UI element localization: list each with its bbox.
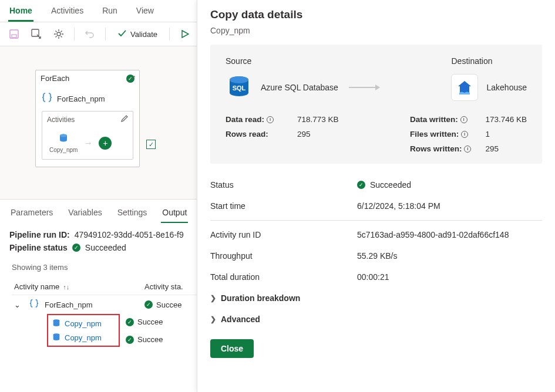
svg-rect-1	[12, 35, 16, 38]
throughput-value: 55.29 KB/s	[357, 251, 542, 261]
arrow-icon: →	[83, 138, 93, 148]
edit-icon[interactable]	[120, 115, 128, 124]
arrow-icon	[349, 87, 379, 88]
rows-written-value: 295	[485, 144, 527, 153]
throughput-label: Throughput	[210, 251, 357, 261]
table-header: Activity name ↑↓ Activity sta.	[12, 279, 200, 295]
rows-written-label: Rows written:	[410, 144, 462, 153]
activity-run-id-label: Activity run ID	[210, 230, 357, 239]
info-icon[interactable]: i	[267, 116, 274, 123]
success-icon: ✓	[126, 318, 134, 326]
rows-read-value: 295	[297, 130, 339, 138]
chevron-right-icon: ❯	[210, 315, 216, 323]
validate-label: Validate	[130, 30, 157, 39]
rows-read-label: Rows read:	[226, 130, 274, 138]
source-label: Source	[226, 56, 382, 66]
tab-activities[interactable]: Activities	[50, 4, 85, 22]
advanced-expander[interactable]: ❯ Advanced	[197, 309, 555, 330]
pipeline-status-label: Pipeline status	[9, 243, 68, 252]
braces-icon	[42, 92, 52, 105]
success-icon: ✓	[357, 181, 365, 189]
save-as-icon[interactable]	[29, 27, 43, 41]
total-duration-value: 00:00:21	[357, 272, 542, 282]
col-activity-status[interactable]: Activity sta.	[144, 282, 197, 291]
config-tab-parameters[interactable]: Parameters	[9, 205, 54, 223]
tab-run[interactable]: Run	[101, 4, 119, 22]
foreach-name: ForEach_npm	[57, 94, 105, 103]
config-tab-variables[interactable]: Variables	[67, 205, 103, 223]
success-icon: ✓	[144, 300, 153, 309]
sort-icon[interactable]: ↑↓	[63, 283, 69, 290]
source-destination-card: Source SQL Azure SQL Database Destinatio…	[210, 45, 542, 164]
activity-name: ForEach_npm	[45, 300, 93, 309]
foreach-activity-node[interactable]: ForEach ✓ ⤢ ForEach_npm Activities	[35, 70, 140, 167]
pipeline-status-value: Succeeded	[85, 243, 126, 252]
panel-title: Copy data details	[197, 0, 555, 23]
settings-icon[interactable]	[52, 27, 66, 41]
svg-point-9	[230, 76, 248, 83]
success-icon: ✓	[126, 336, 134, 344]
table-row[interactable]: ⌄ ForEach_npm ✓ Succee	[12, 295, 200, 314]
info-icon[interactable]: i	[464, 146, 471, 153]
checkbox-icon[interactable]: ✓	[146, 140, 156, 149]
database-icon	[52, 319, 61, 328]
check-icon	[117, 29, 127, 40]
svg-rect-0	[10, 30, 18, 38]
database-icon	[52, 333, 61, 342]
config-tab-output[interactable]: Output	[161, 205, 188, 223]
success-icon: ✓	[72, 244, 80, 252]
chevron-down-icon[interactable]: ⌄	[14, 300, 22, 309]
collapse-icon[interactable]: ⤢	[130, 74, 136, 82]
validate-button[interactable]: Validate	[114, 28, 161, 41]
lakehouse-icon	[451, 74, 478, 101]
data-read-value: 718.773 KB	[297, 115, 339, 124]
chevron-right-icon: ❯	[210, 294, 216, 302]
table-row[interactable]: Copy_npm	[51, 316, 116, 330]
panel-subtitle: Copy_npm	[197, 23, 555, 45]
source-name: Azure SQL Database	[261, 83, 338, 92]
foreach-name-row: ForEach_npm	[42, 90, 133, 111]
copy-activity-label: Copy_npm	[49, 147, 78, 153]
divider	[210, 220, 542, 221]
tab-home[interactable]: Home	[8, 4, 33, 22]
config-tab-settings[interactable]: Settings	[116, 205, 149, 223]
separator	[74, 28, 75, 40]
files-written-label: Files written:	[410, 130, 459, 138]
info-icon[interactable]: i	[461, 131, 468, 138]
braces-icon	[29, 299, 39, 310]
foreach-header: ForEach ✓ ⤢	[36, 70, 139, 86]
activity-link[interactable]: Copy_npm	[65, 333, 102, 342]
add-activity-button[interactable]: +	[99, 137, 112, 150]
info-icon[interactable]: i	[460, 116, 467, 123]
run-icon[interactable]	[178, 27, 192, 41]
activity-link[interactable]: Copy_npm	[65, 319, 102, 328]
advanced-label: Advanced	[221, 315, 260, 324]
tab-view[interactable]: View	[135, 4, 155, 22]
activity-status: Succee	[137, 317, 163, 326]
foreach-title: ForEach	[41, 74, 69, 83]
data-read-label: Data read:	[226, 115, 264, 124]
svg-point-5	[60, 134, 67, 137]
destination-name: Lakehouse	[486, 83, 527, 92]
svg-text:SQL: SQL	[233, 85, 246, 92]
activity-table: Activity name ↑↓ Activity sta. ⌄ ForEach…	[12, 279, 200, 347]
duration-breakdown-expander[interactable]: ❯ Duration breakdown	[197, 288, 555, 309]
activities-container: Activities Copy_npm → +	[42, 111, 133, 160]
separator	[105, 28, 106, 40]
table-row[interactable]: Copy_npm	[51, 330, 116, 344]
destination-label: Destination	[451, 56, 527, 66]
activity-status: Succee	[137, 335, 163, 344]
status-value: Succeeded	[370, 180, 411, 190]
undo-icon[interactable]	[83, 27, 97, 41]
save-icon[interactable]	[7, 27, 21, 41]
activity-status: Succee	[156, 300, 181, 309]
status-label: Status	[210, 180, 357, 190]
svg-point-3	[57, 32, 60, 36]
duration-breakdown-label: Duration breakdown	[221, 293, 300, 303]
total-duration-label: Total duration	[210, 272, 357, 282]
col-activity-name[interactable]: Activity name	[14, 282, 59, 291]
close-button[interactable]: Close	[210, 339, 254, 358]
database-icon	[58, 133, 69, 144]
activity-run-id-value: 5c7163ad-a959-4800-ad91-02daf66cf148	[357, 230, 542, 239]
data-written-label: Data written:	[410, 115, 458, 124]
